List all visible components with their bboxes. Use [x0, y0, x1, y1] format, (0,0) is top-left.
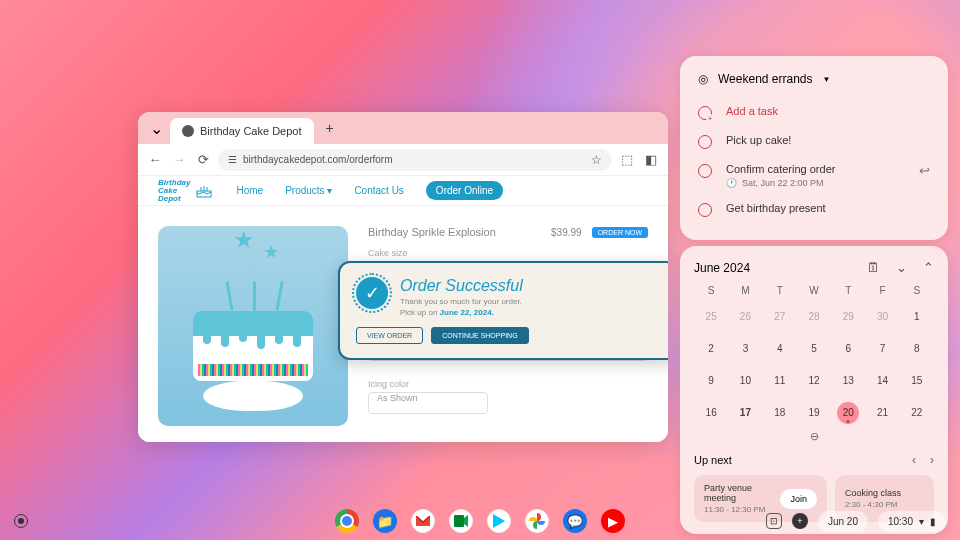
- calendar-day[interactable]: 18: [769, 402, 791, 424]
- calendar-day[interactable]: 20: [837, 402, 859, 424]
- order-now-badge[interactable]: ORDER NOW: [592, 227, 648, 238]
- tab-search-icon[interactable]: ⌄: [146, 118, 166, 138]
- youtube-icon[interactable]: ▶: [601, 509, 625, 533]
- calendar-day[interactable]: 10: [734, 370, 756, 392]
- battery-icon: ▮: [930, 516, 936, 527]
- task-checkbox[interactable]: [698, 164, 712, 178]
- tasks-panel: ◎ Weekend errands ▼ Add a task Pick up c…: [680, 56, 948, 240]
- calendar-day[interactable]: 21: [872, 402, 894, 424]
- calendar-day[interactable]: 25: [700, 306, 722, 328]
- calendar-panel: June 2024 🗓︎ ⌄ ⌃ SMTWTFS2526272829301234…: [680, 246, 948, 534]
- launcher-button[interactable]: [14, 514, 28, 528]
- calendar-day[interactable]: 9: [700, 370, 722, 392]
- chevron-down-icon[interactable]: ⌄: [896, 260, 907, 275]
- url-text: birthdaycakedepot.com/orderform: [243, 154, 393, 165]
- nav-products[interactable]: Products ▾: [285, 185, 332, 196]
- add-task-button[interactable]: Add a task: [698, 98, 930, 127]
- modal-line2: Pick up on June 22, 2024.: [400, 308, 523, 317]
- calendar-day[interactable]: 15: [906, 370, 928, 392]
- calendar-day[interactable]: 12: [803, 370, 825, 392]
- browser-tab[interactable]: Birthday Cake Depot: [170, 118, 314, 144]
- sidepanel-icon[interactable]: ◧: [642, 151, 660, 169]
- screen-capture-icon[interactable]: ⊡: [766, 513, 782, 529]
- task-item[interactable]: Confirm catering order 🕐Sat, Jun 22 2:00…: [698, 156, 930, 195]
- calendar-day[interactable]: 1: [906, 306, 928, 328]
- icing-select[interactable]: As Shown: [368, 392, 488, 414]
- calendar-dow: M: [728, 285, 762, 296]
- chevron-down-icon: ▼: [823, 75, 831, 84]
- gmail-icon[interactable]: [411, 509, 435, 533]
- calendar-day[interactable]: 7: [872, 338, 894, 360]
- task-checkbox[interactable]: [698, 203, 712, 217]
- files-icon[interactable]: 📁: [373, 509, 397, 533]
- view-order-button[interactable]: VIEW ORDER: [356, 327, 423, 344]
- order-online-button[interactable]: Order Online: [426, 181, 503, 200]
- calendar-dow: W: [797, 285, 831, 296]
- nav-contact[interactable]: Contact Us: [354, 185, 403, 196]
- calendar-dow: S: [694, 285, 728, 296]
- calendar-day[interactable]: 19: [803, 402, 825, 424]
- continue-shopping-button[interactable]: CONTINUE SHOPPING: [431, 327, 528, 344]
- forward-button[interactable]: →: [170, 151, 188, 169]
- svg-rect-4: [454, 515, 464, 527]
- new-tab-button[interactable]: +: [318, 116, 342, 140]
- calendar-day[interactable]: 13: [837, 370, 859, 392]
- calendar-icon[interactable]: 🗓︎: [867, 260, 880, 275]
- collapse-icon[interactable]: ⊖: [694, 430, 934, 443]
- clock-icon: 🕐: [726, 178, 737, 188]
- reload-button[interactable]: ⟳: [194, 151, 212, 169]
- task-item[interactable]: Get birthday present: [698, 195, 930, 224]
- calendar-day[interactable]: 27: [769, 306, 791, 328]
- calendar-day[interactable]: 2: [700, 338, 722, 360]
- upnext-label: Up next: [694, 454, 732, 466]
- calendar-day[interactable]: 11: [769, 370, 791, 392]
- bookmark-icon[interactable]: ☆: [591, 153, 602, 167]
- calendar-day[interactable]: 22: [906, 402, 928, 424]
- prev-icon[interactable]: ‹: [912, 453, 916, 467]
- date-pill[interactable]: Jun 20: [818, 511, 868, 532]
- favicon-icon: [182, 125, 194, 137]
- calendar-day[interactable]: 29: [837, 306, 859, 328]
- site-logo[interactable]: Birthday Cake Depot: [158, 179, 214, 203]
- calendar-month: June 2024: [694, 261, 750, 275]
- tasks-list-selector[interactable]: ◎ Weekend errands ▼: [698, 72, 930, 86]
- extensions-icon[interactable]: ⬚: [618, 151, 636, 169]
- browser-window: ⌄ Birthday Cake Depot + ← → ⟳ ☰ birthday…: [138, 112, 668, 442]
- toolbar: ← → ⟳ ☰ birthdaycakedepot.com/orderform …: [138, 144, 668, 176]
- calendar-day[interactable]: 14: [872, 370, 894, 392]
- size-label: Cake size: [368, 248, 648, 258]
- messages-icon[interactable]: 💬: [563, 509, 587, 533]
- play-store-icon[interactable]: [487, 509, 511, 533]
- calendar-day[interactable]: 6: [837, 338, 859, 360]
- tab-title: Birthday Cake Depot: [200, 125, 302, 137]
- calendar-day[interactable]: 28: [803, 306, 825, 328]
- add-icon[interactable]: +: [792, 513, 808, 529]
- chrome-icon[interactable]: [335, 509, 359, 533]
- product-price: $39.99: [551, 227, 582, 238]
- task-item[interactable]: Pick up cake!: [698, 127, 930, 156]
- site-info-icon[interactable]: ☰: [228, 154, 237, 165]
- calendar-day[interactable]: 5: [803, 338, 825, 360]
- wifi-icon: ▾: [919, 516, 924, 527]
- status-tray[interactable]: 10:30 ▾ ▮: [878, 511, 946, 532]
- calendar-dow: F: [865, 285, 899, 296]
- calendar-day[interactable]: 17: [734, 402, 756, 424]
- calendar-dow: T: [831, 285, 865, 296]
- calendar-day[interactable]: 8: [906, 338, 928, 360]
- order-success-modal: ✓ Order Successful Thank you so much for…: [338, 261, 668, 360]
- calendar-day[interactable]: 26: [734, 306, 756, 328]
- nav-home[interactable]: Home: [236, 185, 263, 196]
- task-checkbox[interactable]: [698, 135, 712, 149]
- calendar-day[interactable]: 4: [769, 338, 791, 360]
- photos-icon[interactable]: [525, 509, 549, 533]
- calendar-day[interactable]: 16: [700, 402, 722, 424]
- back-button[interactable]: ←: [146, 151, 164, 169]
- next-icon[interactable]: ›: [930, 453, 934, 467]
- calendar-day[interactable]: 3: [734, 338, 756, 360]
- page-content: Birthday Cake Depot Home Products ▾ Cont…: [138, 176, 668, 442]
- repeat-icon[interactable]: ↩: [919, 163, 930, 178]
- chevron-up-icon[interactable]: ⌃: [923, 260, 934, 275]
- meet-icon[interactable]: [449, 509, 473, 533]
- url-bar[interactable]: ☰ birthdaycakedepot.com/orderform ☆: [218, 149, 612, 171]
- calendar-day[interactable]: 30: [872, 306, 894, 328]
